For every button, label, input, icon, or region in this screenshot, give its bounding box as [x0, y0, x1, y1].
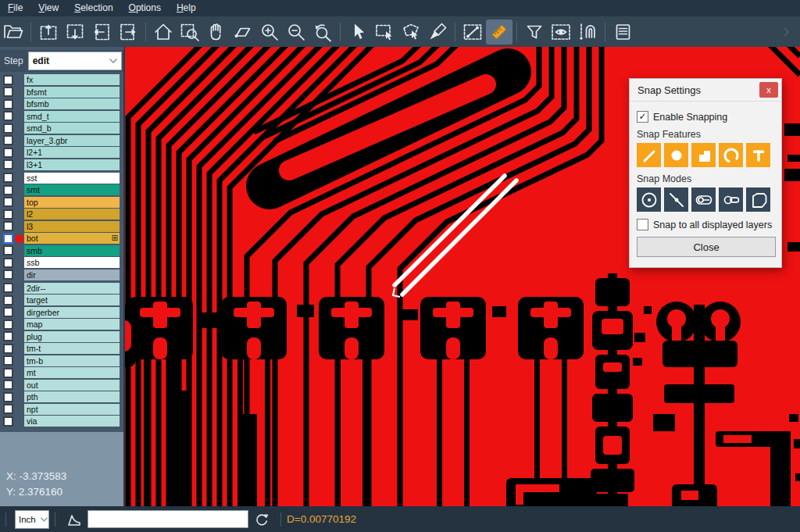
snap-text-icon[interactable]	[746, 143, 770, 167]
open-file-icon[interactable]	[0, 20, 27, 45]
layer-checkbox[interactable]	[3, 320, 13, 330]
mode-corner-icon[interactable]	[746, 187, 770, 212]
zoom-in-icon[interactable]	[256, 20, 283, 45]
layer-row[interactable]: top	[0, 197, 123, 208]
layer-checkbox[interactable]	[3, 307, 13, 317]
menu-options[interactable]: Options	[121, 0, 169, 16]
show-selection-icon[interactable]	[548, 20, 574, 45]
layer-checkbox[interactable]	[3, 173, 13, 183]
layer-row-active[interactable]: bot⊞	[0, 233, 123, 244]
close-button[interactable]: Close	[637, 237, 776, 257]
layer-row[interactable]: l3	[0, 221, 123, 232]
layer-checkbox[interactable]	[3, 197, 13, 207]
layer-checkbox[interactable]	[3, 416, 13, 427]
zoom-area-icon[interactable]	[177, 20, 203, 45]
layer-checkbox[interactable]	[3, 221, 13, 231]
pan-left-icon[interactable]	[88, 20, 115, 45]
layer-row[interactable]: layer_3.gbr	[0, 135, 123, 146]
pan-up-icon[interactable]	[35, 20, 62, 45]
all-layers-checkbox[interactable]	[637, 219, 648, 230]
layer-checkbox[interactable]	[3, 368, 13, 378]
layer-row[interactable]: ssb	[0, 257, 123, 268]
layer-row[interactable]: smd_b	[0, 123, 123, 134]
layer-row[interactable]: 2dir--	[0, 283, 123, 294]
layer-row[interactable]: tm-t	[0, 343, 123, 354]
layer-row[interactable]: out	[0, 380, 123, 391]
mode-line-point-icon[interactable]	[664, 187, 688, 212]
layer-checkbox[interactable]	[3, 404, 13, 414]
refresh-icon[interactable]	[248, 507, 275, 532]
zoom-object-icon[interactable]	[230, 20, 256, 45]
select-cursor-icon[interactable]	[345, 20, 371, 45]
filter-icon[interactable]	[521, 20, 548, 45]
snap-arc-icon[interactable]	[719, 143, 743, 167]
layer-checkbox[interactable]	[3, 355, 13, 366]
unit-select[interactable]: Inch	[15, 510, 49, 529]
layer-row[interactable]: dirgerber	[0, 307, 123, 318]
menu-view[interactable]: View	[30, 0, 66, 16]
enable-snapping-checkbox[interactable]: ✓	[637, 111, 648, 123]
layer-row[interactable]: mt	[0, 367, 123, 378]
layer-checkbox[interactable]	[3, 99, 13, 109]
layer-row[interactable]: bfsmt	[0, 87, 123, 98]
layer-row[interactable]: l2	[0, 209, 123, 220]
menu-help[interactable]: Help	[169, 0, 204, 16]
layer-row[interactable]: npt	[0, 404, 123, 415]
layer-checkbox[interactable]	[3, 258, 13, 268]
layer-checkbox[interactable]	[3, 209, 13, 220]
pan-hand-icon[interactable]	[203, 20, 230, 45]
menu-file[interactable]: File	[0, 0, 30, 16]
layer-checkbox[interactable]	[3, 148, 13, 158]
dialog-titlebar[interactable]: Snap Settings x	[630, 79, 781, 102]
layer-checkbox[interactable]	[3, 87, 13, 97]
layer-checkbox[interactable]	[3, 344, 13, 354]
select-poly-icon[interactable]	[398, 20, 424, 45]
home-view-icon[interactable]	[150, 20, 177, 45]
layer-row[interactable]: map	[0, 319, 123, 330]
layer-checkbox[interactable]	[3, 159, 13, 170]
step-select[interactable]: edit	[28, 52, 122, 70]
layer-checkbox[interactable]	[3, 295, 13, 305]
command-input[interactable]	[88, 510, 248, 528]
layer-row[interactable]: tm-b	[0, 355, 123, 366]
layer-checkbox[interactable]	[3, 75, 13, 85]
layer-row[interactable]: smd_t	[0, 111, 123, 122]
zoom-out-icon[interactable]	[283, 20, 309, 45]
mode-pad-exit-icon[interactable]	[719, 187, 743, 212]
clean-brush-icon[interactable]	[424, 20, 451, 45]
layer-row[interactable]: smb	[0, 245, 123, 256]
layer-row[interactable]: pth	[0, 391, 123, 402]
layer-row[interactable]: fx	[0, 74, 123, 85]
ruler-icon[interactable]	[486, 20, 512, 45]
layer-checkbox[interactable]	[3, 111, 13, 121]
layer-row[interactable]: l2+1	[0, 147, 123, 158]
enable-snapping-row[interactable]: ✓ Enable Snapping	[637, 111, 774, 123]
layer-row[interactable]: target	[0, 295, 123, 305]
menu-selection[interactable]: Selection	[66, 0, 120, 16]
layer-checkbox[interactable]	[3, 392, 13, 402]
layers-form-icon[interactable]	[609, 20, 636, 45]
mode-pad-entry-icon[interactable]	[691, 187, 716, 212]
zoom-previous-icon[interactable]	[309, 20, 336, 45]
layer-row[interactable]: sst	[0, 173, 123, 184]
pan-right-icon[interactable]	[115, 20, 141, 45]
snap-icon[interactable]	[574, 20, 601, 45]
layer-checkbox[interactable]	[3, 234, 13, 244]
layer-row[interactable]: via	[0, 416, 123, 427]
layer-checkbox[interactable]	[3, 123, 13, 134]
measure-line-icon[interactable]	[459, 20, 486, 45]
close-icon[interactable]: x	[759, 82, 778, 98]
layer-checkbox[interactable]	[3, 135, 13, 145]
layer-checkbox[interactable]	[3, 331, 13, 341]
toolbar-overflow-icon[interactable]	[773, 20, 800, 45]
layer-checkbox[interactable]	[3, 270, 13, 280]
layer-checkbox[interactable]	[3, 380, 13, 390]
layer-row[interactable]: plug	[0, 331, 123, 342]
select-rect-icon[interactable]	[371, 20, 398, 45]
layer-checkbox[interactable]	[3, 283, 13, 293]
pan-down-icon[interactable]	[62, 20, 88, 45]
layer-row[interactable]: bfsmb	[0, 98, 123, 109]
snap-line-icon[interactable]	[637, 143, 661, 167]
layer-checkbox[interactable]	[3, 185, 13, 195]
layer-row[interactable]: l3+1	[0, 159, 123, 170]
